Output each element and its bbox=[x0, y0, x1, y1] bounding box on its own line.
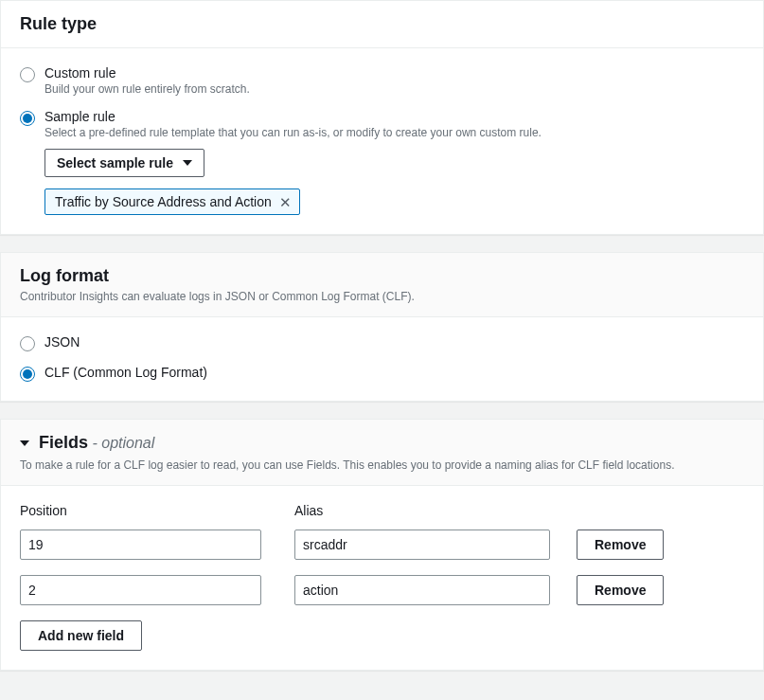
radio-icon bbox=[20, 67, 35, 82]
rule-type-panel: Rule type Custom rule Build your own rul… bbox=[0, 0, 764, 235]
fields-head-row: Position Alias bbox=[20, 503, 744, 524]
sample-rule-label: Sample rule bbox=[44, 109, 542, 124]
log-format-panel: Log format Contributor Insights can eval… bbox=[0, 252, 764, 402]
log-format-body: JSON CLF (Common Log Format) bbox=[1, 317, 763, 401]
fields-title: Fields - optional bbox=[39, 433, 154, 453]
radio-json[interactable]: JSON bbox=[20, 334, 744, 351]
rule-type-body: Custom rule Build your own rule entirely… bbox=[1, 48, 763, 234]
radio-clf[interactable]: CLF (Common Log Format) bbox=[20, 365, 744, 382]
selected-sample-token: Traffic by Source Address and Action ✕ bbox=[44, 188, 300, 215]
remove-field-button[interactable]: Remove bbox=[577, 575, 664, 605]
radio-icon bbox=[20, 336, 35, 351]
sample-rule-desc: Select a pre-defined rule template that … bbox=[44, 126, 542, 139]
close-icon[interactable]: ✕ bbox=[279, 195, 292, 209]
sample-rule-controls: Select sample rule Traffic by Source Add… bbox=[44, 149, 744, 215]
custom-rule-label: Custom rule bbox=[44, 65, 250, 81]
fields-title-text: Fields bbox=[39, 433, 88, 452]
fields-panel: Fields - optional To make a rule for a C… bbox=[0, 419, 764, 671]
select-sample-rule-label: Select sample rule bbox=[57, 155, 173, 171]
chevron-down-icon bbox=[20, 440, 29, 446]
add-new-field-button[interactable]: Add new field bbox=[20, 620, 142, 651]
radio-text: CLF (Common Log Format) bbox=[44, 365, 207, 380]
fields-header-container: Fields - optional To make a rule for a C… bbox=[1, 420, 763, 486]
radio-text: Sample rule Select a pre-defined rule te… bbox=[44, 109, 542, 139]
rule-type-title: Rule type bbox=[20, 14, 744, 34]
radio-sample-rule[interactable]: Sample rule Select a pre-defined rule te… bbox=[20, 109, 744, 139]
json-label: JSON bbox=[44, 334, 80, 350]
radio-text: JSON bbox=[44, 334, 80, 350]
radio-icon bbox=[20, 367, 35, 382]
alias-input[interactable] bbox=[294, 529, 550, 560]
radio-icon bbox=[20, 111, 35, 126]
log-format-desc: Contributor Insights can evaluate logs i… bbox=[20, 290, 744, 303]
fields-body: Position Alias Remove Remove Add new fie… bbox=[1, 486, 763, 670]
alias-input[interactable] bbox=[294, 575, 550, 605]
log-format-title: Log format bbox=[20, 266, 744, 286]
fields-optional-suffix: - optional bbox=[88, 435, 154, 451]
fields-toggle[interactable]: Fields - optional bbox=[20, 433, 744, 453]
rule-config-form: Rule type Custom rule Build your own rul… bbox=[0, 0, 764, 671]
position-input[interactable] bbox=[20, 529, 261, 560]
remove-field-button[interactable]: Remove bbox=[577, 529, 664, 560]
radio-custom-rule[interactable]: Custom rule Build your own rule entirely… bbox=[20, 65, 744, 96]
alias-col-label: Alias bbox=[294, 503, 550, 518]
log-format-header: Log format Contributor Insights can eval… bbox=[1, 253, 763, 317]
radio-text: Custom rule Build your own rule entirely… bbox=[44, 65, 250, 96]
rule-type-header: Rule type bbox=[1, 1, 763, 48]
position-input[interactable] bbox=[20, 575, 261, 605]
field-row: Remove bbox=[20, 529, 744, 560]
custom-rule-desc: Build your own rule entirely from scratc… bbox=[44, 82, 250, 96]
fields-desc: To make a rule for a CLF log easier to r… bbox=[20, 458, 744, 472]
clf-label: CLF (Common Log Format) bbox=[44, 365, 207, 380]
chevron-down-icon bbox=[183, 160, 192, 166]
selected-sample-token-text: Traffic by Source Address and Action bbox=[55, 194, 272, 209]
select-sample-rule-dropdown[interactable]: Select sample rule bbox=[44, 149, 204, 177]
field-row: Remove bbox=[20, 575, 744, 605]
position-col-label: Position bbox=[20, 503, 261, 518]
